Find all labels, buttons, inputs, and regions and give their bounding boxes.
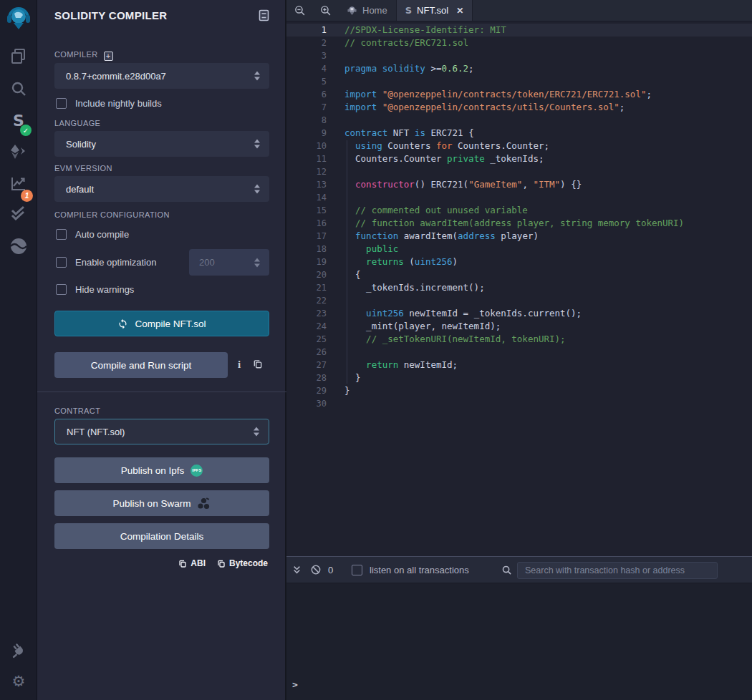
copy-bytecode-button[interactable]: Bytecode: [217, 558, 268, 568]
code-line[interactable]: 27 return newItemId;: [286, 359, 752, 371]
code-line[interactable]: 10 using Counters for Counters.Counter;: [286, 140, 752, 152]
sourcify-icon[interactable]: [0, 232, 37, 261]
zoom-out-icon[interactable]: [286, 0, 312, 21]
nightly-builds-checkbox[interactable]: [56, 98, 67, 109]
contract-select[interactable]: NFT (NFT.sol): [54, 419, 269, 444]
code-line[interactable]: 1//SPDX-License-Identifier: MIT: [286, 24, 752, 37]
code-line[interactable]: 13 constructor() ERC721("GameItem", "ITM…: [286, 178, 752, 191]
compilation-details-label: Compilation Details: [120, 531, 203, 542]
plugin-manager-icon[interactable]: [0, 636, 37, 664]
select-arrows-icon: [254, 140, 260, 149]
terminal-prompt: >: [292, 679, 298, 690]
code-line[interactable]: 29}: [286, 384, 752, 397]
code-line[interactable]: 22: [286, 294, 752, 307]
terminal-search-input[interactable]: [517, 562, 718, 579]
code-line[interactable]: 18 public: [286, 243, 752, 256]
publish-ipfs-button[interactable]: Publish on Ipfs IPFS: [54, 457, 269, 483]
code-editor[interactable]: 1//SPDX-License-Identifier: MIT2// contr…: [286, 21, 752, 556]
language-label: LANGUAGE: [54, 119, 100, 127]
tab-nft-sol[interactable]: S NFT.sol ✕: [397, 0, 473, 21]
solidity-compiler-icon[interactable]: S ✓: [0, 106, 37, 135]
analysis-icon[interactable]: 1: [0, 169, 37, 198]
compiler-version-select[interactable]: 0.8.7+commit.e28d00a7: [54, 63, 269, 89]
panel-divider: [37, 392, 286, 392]
nightly-builds-row: Include nightly builds: [56, 98, 162, 109]
code-line[interactable]: 23 uint256 newItemId = _tokenIds.current…: [286, 307, 752, 320]
code-line[interactable]: 11 Counters.Counter private _tokenIds;: [286, 152, 752, 165]
code-line[interactable]: 7import "@openzeppelin/contracts/utils/C…: [286, 101, 752, 114]
terminal-search-icon[interactable]: [501, 565, 512, 575]
auto-compile-checkbox[interactable]: [56, 229, 67, 240]
line-number: 17: [286, 230, 327, 243]
hide-warnings-checkbox[interactable]: [56, 284, 67, 295]
optimization-runs-value: 200: [199, 257, 215, 268]
code-line[interactable]: 21 _tokenIds.increment();: [286, 281, 752, 294]
compiler-label: COMPILER: [54, 50, 98, 59]
file-explorer-icon[interactable]: [0, 42, 37, 70]
code-line[interactable]: 26: [286, 346, 752, 359]
publish-swarm-button[interactable]: Publish on Swarm: [54, 490, 269, 516]
code-text: // function awardItem(address player, st…: [327, 217, 684, 230]
optimization-checkbox[interactable]: [56, 257, 67, 268]
code-line[interactable]: 12: [286, 165, 752, 178]
line-number: 13: [286, 178, 327, 191]
code-line[interactable]: 2// contracts/ERC721.sol: [286, 37, 752, 49]
add-compiler-icon[interactable]: +: [104, 52, 113, 61]
code-line[interactable]: 16 // function awardItem(address player,…: [286, 217, 752, 230]
code-text: [327, 397, 344, 410]
publish-ipfs-label: Publish on Ipfs: [121, 465, 185, 476]
code-line[interactable]: 5: [286, 75, 752, 88]
code-line[interactable]: 24 _mint(player, newItemId);: [286, 320, 752, 333]
publish-swarm-label: Publish on Swarm: [113, 498, 191, 509]
code-line[interactable]: 30: [286, 397, 752, 410]
close-tab-icon[interactable]: ✕: [456, 6, 463, 16]
code-text: using Counters for Counters.Counter;: [327, 140, 549, 152]
code-line[interactable]: 4pragma solidity >=0.6.2;: [286, 62, 752, 75]
listen-transactions-checkbox[interactable]: [352, 565, 362, 575]
compile-button[interactable]: Compile NFT.sol: [54, 311, 269, 336]
solidity-compiler-panel: SOLIDITY COMPILER COMPILER+ 0.8.7+commit…: [37, 0, 286, 700]
documentation-icon[interactable]: [259, 9, 269, 24]
code-line[interactable]: 15 // commented out unused variable: [286, 204, 752, 217]
evm-version-select[interactable]: default: [54, 176, 269, 202]
compilation-details-button[interactable]: Compilation Details: [54, 523, 269, 549]
remix-logo-icon[interactable]: [0, 4, 37, 34]
language-select[interactable]: Solidity: [54, 131, 269, 157]
line-number: 10: [286, 140, 327, 152]
copy-abi-button[interactable]: ABI: [178, 558, 206, 568]
code-line[interactable]: 3: [286, 49, 752, 62]
code-line[interactable]: 6import "@openzeppelin/contracts/token/E…: [286, 88, 752, 101]
deploy-run-icon[interactable]: [0, 137, 37, 166]
search-icon[interactable]: [0, 74, 37, 103]
copy-icon: [217, 559, 226, 568]
code-line[interactable]: 25 // _setTokenURI(newItemId, tokenURI);: [286, 333, 752, 346]
copy-icon[interactable]: [253, 359, 263, 372]
code-text: pragma solidity >=0.6.2;: [327, 62, 474, 75]
bytecode-label: Bytecode: [229, 558, 268, 568]
settings-gear-icon[interactable]: ⚙: [0, 667, 37, 696]
transaction-count: 0: [328, 565, 333, 575]
code-line[interactable]: 19 returns (uint256): [286, 256, 752, 268]
unit-testing-icon[interactable]: [0, 199, 37, 228]
code-text: // _setTokenURI(newItemId, tokenURI);: [327, 333, 566, 346]
language-value: Solidity: [66, 139, 96, 150]
code-line[interactable]: 8: [286, 114, 752, 127]
expand-terminal-icon[interactable]: [292, 565, 302, 575]
listen-transactions-label: listen on all transactions: [370, 565, 469, 575]
tab-bar: Home S NFT.sol ✕: [286, 0, 752, 21]
optimization-runs-input[interactable]: 200: [189, 249, 269, 276]
terminal-output[interactable]: >: [286, 583, 752, 700]
code-line[interactable]: 14: [286, 191, 752, 204]
clear-console-icon[interactable]: [310, 564, 322, 575]
select-arrows-icon: [254, 72, 260, 81]
code-line[interactable]: 20 {: [286, 268, 752, 281]
zoom-in-icon[interactable]: [312, 0, 338, 21]
code-line[interactable]: 9contract NFT is ERC721 {: [286, 127, 752, 140]
icon-bar: S ✓ 1: [0, 0, 37, 700]
compile-and-run-button[interactable]: Compile and Run script: [54, 352, 228, 378]
info-icon[interactable]: i: [238, 359, 241, 371]
compile-button-label: Compile NFT.sol: [135, 319, 206, 329]
tab-home[interactable]: Home: [338, 0, 397, 21]
code-line[interactable]: 28 }: [286, 371, 752, 384]
code-line[interactable]: 17 function awardItem(address player): [286, 230, 752, 243]
